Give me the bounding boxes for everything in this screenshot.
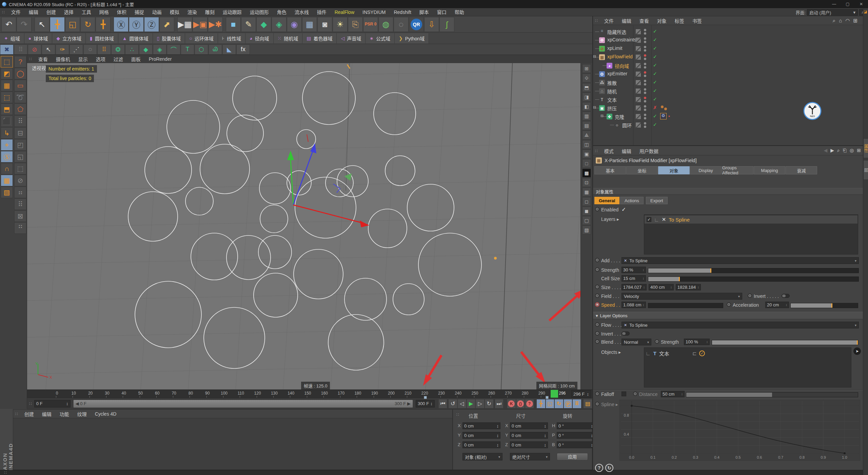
flow-dropdown[interactable]: ✕To Spline▾	[622, 322, 859, 328]
keyframe-dot[interactable]	[595, 293, 599, 298]
om-menu-对象[interactable]: 对象	[653, 17, 671, 24]
field-公式域[interactable]: ∗公式域	[366, 33, 395, 43]
render-dot[interactable]	[644, 109, 646, 111]
keyframe-dot[interactable]	[595, 402, 599, 406]
keyframe-dot[interactable]	[595, 331, 599, 336]
layer-square[interactable]	[636, 106, 641, 111]
strength2-slider[interactable]	[712, 340, 858, 345]
live-select-icon[interactable]: ↖	[35, 17, 50, 32]
om-item-xpFlowField[interactable]: ⊟▦xpFlowField✓	[593, 53, 864, 61]
enable-check[interactable]: ✓	[653, 113, 657, 119]
timeline-marker[interactable]	[424, 396, 427, 399]
om-eye-icon[interactable]: ◠	[845, 18, 850, 24]
viewport-menu-面板[interactable]: 面板	[127, 56, 145, 62]
autokey-button[interactable]: ()	[516, 399, 525, 408]
field-圆柱体域[interactable]: ▮圆柱体域	[86, 33, 118, 43]
viewport-strip-icon-9[interactable]: ▣	[582, 150, 591, 158]
enable-check[interactable]: ✓	[653, 71, 657, 76]
keyframe-dot[interactable]	[633, 392, 637, 396]
polygon-selection-icon[interactable]: ⬠	[14, 103, 26, 115]
field-球体域[interactable]: ●球体域	[24, 33, 52, 43]
viewport-menu-ProRender[interactable]: ProRender	[145, 56, 176, 62]
move-icon[interactable]: ╋	[50, 17, 65, 32]
enable-check[interactable]: ✓	[653, 45, 657, 51]
tab-Mapping[interactable]: Mapping	[754, 166, 785, 174]
snap-icon[interactable]: ∩	[1, 163, 13, 174]
coords-size-field-X[interactable]: 0 cm↕	[510, 422, 548, 429]
keyframe-dot[interactable]	[595, 302, 599, 307]
coords-mode2-select[interactable]: 绝对尺寸▾	[510, 453, 550, 460]
qr-icon[interactable]: QR	[409, 17, 424, 32]
history-back-icon[interactable]: ◀	[824, 148, 827, 153]
menu-雕刻[interactable]: 雕刻	[201, 8, 219, 16]
deformers-icon[interactable]: ◉	[287, 17, 302, 32]
render-dot[interactable]	[644, 83, 646, 86]
field-径向域[interactable]: ◕径向域	[245, 33, 273, 43]
invert-toggle[interactable]	[782, 294, 790, 298]
last-tool-icon[interactable]: ╋	[96, 17, 111, 32]
om-menu-编辑[interactable]: 编辑	[618, 17, 635, 24]
editor-dot[interactable]	[644, 88, 646, 91]
viewport-strip-icon-4[interactable]: ◧	[582, 102, 591, 111]
enable-check[interactable]: ✓	[653, 96, 657, 102]
viewport-strip-icon-12[interactable]: ⊡	[582, 178, 591, 187]
lasso-selection-icon[interactable]: ➰	[14, 92, 26, 103]
history-forward-icon[interactable]: ▶	[830, 148, 834, 153]
menu-运动图形[interactable]: 运动图形	[246, 8, 273, 16]
help-tool-icon[interactable]: ?	[14, 56, 26, 68]
am-target-icon[interactable]: ◎	[850, 148, 854, 153]
om-item-推散[interactable]: ⁂推散✓	[593, 79, 864, 87]
viewport-strip-icon-14[interactable]: ◻	[582, 197, 591, 206]
keyframe-selection-button[interactable]: ?	[525, 399, 534, 408]
om-menu-标签[interactable]: 标签	[671, 17, 688, 24]
lock-z-icon[interactable]: Ⓩ	[144, 17, 159, 32]
menu-体积[interactable]: 体积	[113, 8, 131, 16]
menu-INSYDIUM[interactable]: INSYDIUM	[358, 8, 390, 16]
coords-pos-field-Y[interactable]: 0 cm↕	[462, 432, 500, 439]
floor-icon[interactable]: ▦	[302, 17, 317, 32]
viewport-strip-icon-8[interactable]: ◫	[582, 140, 591, 149]
expander-icon[interactable]: ⊟	[600, 114, 604, 118]
keyframe-dot[interactable]	[595, 392, 599, 396]
layer-square[interactable]	[636, 122, 641, 128]
subtab-General[interactable]: General	[594, 197, 619, 204]
key-rotation-button[interactable]: ↻	[554, 399, 564, 408]
coords-rot-field-P[interactable]: 0 °↕	[557, 432, 595, 439]
falloff-spline-graph[interactable]: 0.00.10.20.30.40.50.60.70.80.91.00.80.4	[619, 400, 860, 461]
render-dot[interactable]	[644, 100, 646, 102]
menu-网格[interactable]: 网格	[95, 8, 113, 16]
mograph-tag-icon[interactable]: ❂	[660, 113, 667, 119]
field-圆锥体域[interactable]: ▲圆锥体域	[118, 33, 153, 43]
material-menu-创建[interactable]: 创建	[20, 411, 38, 417]
viewport-strip-icon-5[interactable]: ▥	[582, 112, 591, 120]
distance-field[interactable]: 50 cm↕	[661, 391, 685, 397]
om-item-挤压[interactable]: ⊟▣挤压✗	[593, 104, 864, 112]
minimize-button[interactable]: —	[827, 0, 841, 8]
enable-check[interactable]: ✓	[653, 79, 657, 85]
invert2-toggle[interactable]	[622, 331, 630, 336]
enable-check[interactable]: ✓	[653, 62, 657, 68]
viewport-menu-过滤[interactable]: 过滤	[110, 56, 127, 62]
viewport-menu-选项[interactable]: 选项	[92, 56, 110, 62]
menu-创建[interactable]: 创建	[42, 8, 60, 16]
keyframe-dot[interactable]	[595, 258, 599, 262]
vertical-tab-属性[interactable]: 属性	[863, 138, 868, 158]
enable-check[interactable]: ✓	[653, 54, 657, 59]
render-dot[interactable]	[644, 58, 646, 60]
menu-文件[interactable]: 文件	[7, 8, 25, 16]
size-field-1[interactable]: 400 cm↕	[649, 284, 674, 290]
field-线性域[interactable]: ⊦线性域	[218, 33, 245, 43]
next-frame-button[interactable]: ▷	[475, 399, 485, 408]
om-item-xpLimit[interactable]: ⊘xpLimit✓	[593, 45, 864, 53]
material-menu-编辑[interactable]: 编辑	[38, 411, 56, 417]
vertical-tab-层[interactable]: 层	[863, 160, 868, 180]
viewport-strip-icon-1[interactable]: ⟐	[582, 74, 591, 82]
xp-dots3-icon[interactable]: ⠿	[97, 44, 111, 55]
menu-插件[interactable]: 插件	[313, 8, 331, 16]
render-dot[interactable]	[644, 126, 646, 128]
timeline-marker[interactable]	[546, 396, 549, 399]
om-item-文本[interactable]: T文本✓	[593, 96, 864, 104]
download-icon[interactable]: ⇩	[424, 17, 439, 32]
render-dot[interactable]	[644, 92, 646, 94]
menu-窗口[interactable]: 窗口	[433, 8, 451, 16]
